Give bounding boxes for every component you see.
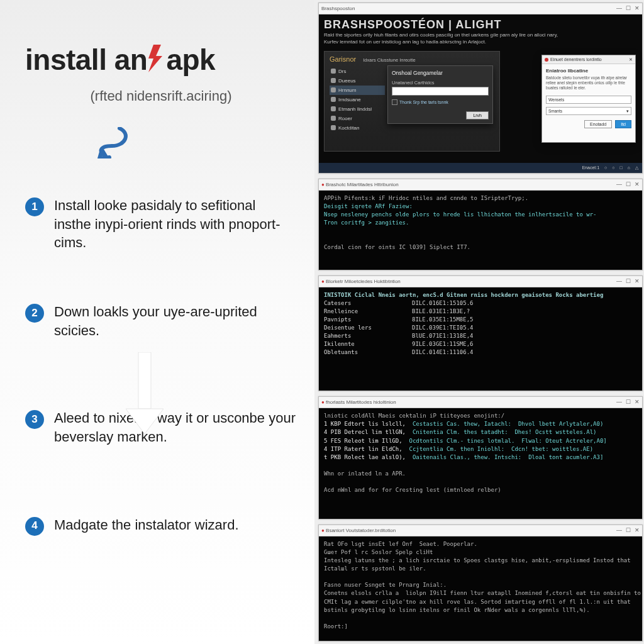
dialog-ok-button[interactable]: Lrvh <box>466 111 489 119</box>
terminal-body[interactable]: Rat ОFo lsgt insEt lef Onf Seaet. Pooper… <box>319 536 642 641</box>
panel-title: Garisnor Idxars Clusstune Inreotte <box>330 55 494 63</box>
app-window: Brashspooston — ☐ ✕ BRASHSPOOSTÉON | ALI… <box>318 3 643 174</box>
maximize-icon[interactable]: ☐ <box>626 528 631 533</box>
terminal-window: ● Blorketr Miloetcledes Hoktibtntion —☐✕… <box>318 275 643 392</box>
arrow-down-icon <box>126 352 164 434</box>
close-icon[interactable]: ✕ <box>635 279 640 284</box>
light-dialog-titlebar[interactable]: Einuet denentrers lordintlo ✕ <box>542 55 635 64</box>
svg-rect-1 <box>138 352 151 409</box>
close-icon[interactable]: ✕ <box>635 528 640 533</box>
dot-icon <box>545 58 548 62</box>
sidebar-item[interactable]: Rooer <box>330 114 385 123</box>
sidebar-item[interactable]: Koctditan <box>330 123 385 133</box>
terminal-body[interactable]: INISTOIK Ciclal Nneis aortn, encS.d Gitn… <box>319 287 642 391</box>
dialog-title: Onshoal Gengamelar <box>392 70 489 76</box>
page-subtitle: (rfted nidensrift.aciring) <box>25 88 297 104</box>
ok-button[interactable]: Itd <box>615 120 631 128</box>
chevron-down-icon: ▾ <box>626 109 629 114</box>
step-item: 1Install looke pasidaly to sefitional in… <box>25 196 296 252</box>
terminal-body[interactable]: APPih Pifents:k iF Hridoc ntiles and cnn… <box>319 191 642 270</box>
close-icon[interactable]: ✕ <box>629 57 633 62</box>
terminal-body[interactable]: lniotic coldAll Maeis cektalin iP tiitey… <box>319 408 642 519</box>
step-number: 3 <box>25 410 44 429</box>
step-number: 1 <box>25 197 44 216</box>
window-titlebar[interactable]: ● Bsanlort Voutstatoder.brditotion —☐✕ <box>319 525 642 536</box>
status-bar: Enacet:1 ○ ○ □ ⌂ △ <box>319 163 642 173</box>
dialog-checkbox[interactable]: Thonk Srp the tarls tsnnk <box>392 99 489 105</box>
maximize-icon[interactable]: ☐ <box>626 182 631 187</box>
sidebar-item[interactable]: Irndsuane <box>330 95 385 104</box>
maximize-icon[interactable]: ☐ <box>626 6 631 11</box>
minimize-icon[interactable]: — <box>616 528 622 533</box>
sidebar-item[interactable]: Dueeus <box>330 76 385 86</box>
maximize-icon[interactable]: ☐ <box>626 279 631 284</box>
step-item: 4Madgate the instalator wizard. <box>25 516 296 536</box>
app-desc: Rald the siportes ortly hiuh filants and… <box>324 32 637 38</box>
light-field[interactable]: Wensets <box>546 96 631 104</box>
step-number: 4 <box>25 517 44 536</box>
minimize-icon[interactable]: — <box>616 182 622 187</box>
maximize-icon[interactable]: ☐ <box>626 399 631 405</box>
light-dialog-text: Batdode slieto bonvetibr vopa ith atpe a… <box>546 75 631 91</box>
window-titlebar[interactable]: ● Brashotc Milartitades Httribunion —☐✕ <box>319 179 642 191</box>
settings-panel: Garisnor Idxars Clusstune Inreotte Drs D… <box>324 51 500 152</box>
terminal-window: ● Bsanlort Voutstatoder.brditotion —☐✕ R… <box>318 525 643 641</box>
app-desc: Kurfev lemntad fot on uer inisticlog ann… <box>324 39 637 45</box>
page-title: install an apk <box>25 43 215 77</box>
step-item: 2Down loakls your uye-are-uprited scicie… <box>25 303 296 340</box>
window-titlebar[interactable]: ● Blorketr Miloetcledes Hoktibtntion —☐✕ <box>319 276 642 287</box>
light-dialog-heading: Eniatroo Ilbcatine <box>546 68 631 74</box>
svg-marker-2 <box>126 409 164 434</box>
panel-sidebar: Drs Dueeus Hrnnum Irndsuane Etmanh Ilndd… <box>330 67 385 133</box>
sidebar-item[interactable]: Drs <box>330 67 385 76</box>
dark-dialog: Onshoal Gengamelar Unatanecl Carthidcs T… <box>387 65 493 124</box>
close-icon[interactable]: ✕ <box>635 399 640 405</box>
light-dialog: Einuet denentrers lordintlo ✕ Eniatroo I… <box>541 55 636 143</box>
minimize-icon[interactable]: — <box>616 6 622 11</box>
light-field[interactable]: Smants▾ <box>546 107 631 115</box>
svg-marker-0 <box>148 45 162 72</box>
swoosh-icon <box>94 127 297 161</box>
terminal-window: ● Brashotc Milartitades Httribunion —☐✕ … <box>318 179 643 270</box>
step-number: 2 <box>25 304 44 323</box>
window-titlebar[interactable]: ● fhorlasts Milartitodes hidoltinion —☐✕ <box>319 397 642 408</box>
terminal-table: CatesersDILC.016E1:15105.6 RnelleinceBIL… <box>324 299 637 357</box>
close-icon[interactable]: ✕ <box>635 182 640 187</box>
terminal-window: ● fhorlasts Milartitodes hidoltinion —☐✕… <box>318 396 643 519</box>
field-label: Unatanecl Carthidcs <box>392 80 489 86</box>
close-icon[interactable]: ✕ <box>635 6 640 11</box>
minimize-icon[interactable]: — <box>616 399 622 405</box>
minimize-icon[interactable]: — <box>616 279 622 284</box>
dialog-input[interactable] <box>392 87 489 96</box>
cancel-button[interactable]: Enotadd <box>584 120 612 128</box>
window-titlebar[interactable]: Brashspooston — ☐ ✕ <box>319 3 642 14</box>
app-brand: BRASHSPOOSTÉON | ALIGHT <box>324 18 637 31</box>
sidebar-item[interactable]: Hrnnum <box>330 86 385 95</box>
sidebar-item[interactable]: Etmanh Ilnddsl <box>330 104 385 114</box>
